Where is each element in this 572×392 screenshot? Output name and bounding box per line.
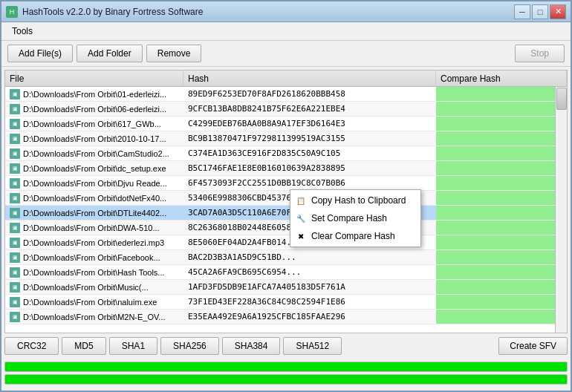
sha256-button[interactable]: SHA256 bbox=[160, 337, 219, 355]
file-icon: ▣ bbox=[10, 119, 20, 129]
title-bar: H HashTools v2.2.0 by Binary Fortress So… bbox=[1, 1, 571, 22]
table-row[interactable]: ▣D:\Downloads\From Orbit\01-ederleizi...… bbox=[5, 87, 567, 102]
scrollbar-track[interactable] bbox=[555, 87, 567, 333]
table-body: ▣D:\Downloads\From Orbit\01-ederleizi...… bbox=[5, 87, 567, 332]
create-sfv-button[interactable]: Create SFV bbox=[498, 337, 568, 355]
td-file: ▣D:\Downloads\From Orbit\617_GWb... bbox=[5, 117, 183, 131]
td-file: ▣D:\Downloads\From Orbit\dc_setup.exe bbox=[5, 161, 183, 175]
td-file: ▣D:\Downloads\From Orbit\ederlezi.mp3 bbox=[5, 235, 183, 249]
progress-bar-2 bbox=[5, 375, 567, 384]
file-icon: ▣ bbox=[10, 312, 20, 322]
file-icon: ▣ bbox=[10, 148, 20, 159]
file-icon: ▣ bbox=[10, 267, 20, 278]
table-row[interactable]: ▣D:\Downloads\From Orbit\Facebook...BAC2… bbox=[5, 250, 567, 265]
stop-button[interactable]: Stop bbox=[515, 45, 565, 62]
td-compare bbox=[436, 206, 567, 220]
table-row[interactable]: ▣D:\Downloads\From Orbit\Hash Tools...45… bbox=[5, 265, 567, 280]
table-row[interactable]: ▣D:\Downloads\From Orbit\Djvu Reade...6F… bbox=[5, 176, 567, 191]
td-file: ▣D:\Downloads\From Orbit\M2N-E_OV... bbox=[5, 310, 183, 324]
table-row[interactable]: ▣D:\Downloads\From Orbit\06-ederleizi...… bbox=[5, 102, 567, 117]
table-row[interactable]: ▣D:\Downloads\From Orbit\DWA-510...8C263… bbox=[5, 220, 567, 235]
file-icon: ▣ bbox=[10, 89, 20, 99]
table-row[interactable]: ▣D:\Downloads\From Orbit\ederlezi.mp38E5… bbox=[5, 235, 567, 250]
table-header: File Hash Compare Hash bbox=[5, 71, 567, 87]
main-content: File Hash Compare Hash ▣D:\Downloads\Fro… bbox=[1, 67, 571, 391]
td-compare bbox=[436, 220, 567, 235]
td-compare bbox=[436, 117, 567, 131]
table-row[interactable]: ▣D:\Downloads\From Orbit\617_GWb...C4299… bbox=[5, 117, 567, 131]
context-menu-item[interactable]: 📋Copy Hash to Clipboard bbox=[290, 192, 420, 209]
file-name: D:\Downloads\From Orbit\naluim.exe bbox=[23, 298, 157, 307]
td-hash: 89ED9F6253ED70F8AFD2618620BBB458 bbox=[183, 87, 436, 101]
td-compare bbox=[436, 191, 567, 205]
sha512-button[interactable]: SHA512 bbox=[283, 337, 342, 355]
minimize-button[interactable]: ─ bbox=[514, 4, 530, 19]
menu-tools[interactable]: Tools bbox=[7, 24, 37, 38]
context-menu-item[interactable]: 🔧Set Compare Hash bbox=[290, 209, 420, 227]
td-compare bbox=[436, 280, 567, 294]
table-row[interactable]: ▣D:\Downloads\From Orbit\M2N-E_OV...E35E… bbox=[5, 310, 567, 324]
td-hash: 45CA2A6FA9CB695C6954... bbox=[183, 265, 436, 279]
td-file: ▣D:\Downloads\From Orbit\Hash Tools... bbox=[5, 265, 183, 279]
hash-buttons: CRC32 MD5 SHA1 SHA256 SHA384 SHA512 Crea… bbox=[4, 333, 568, 359]
td-hash: C4299EDEB76BAA0B8A9A17EF3D6164E3 bbox=[183, 117, 436, 131]
close-button[interactable]: ✕ bbox=[550, 4, 566, 19]
td-file: ▣D:\Downloads\From Orbit\06-ederleizi... bbox=[5, 102, 183, 116]
file-name: D:\Downloads\From Orbit\ederlezi.mp3 bbox=[23, 238, 164, 247]
file-name: D:\Downloads\From Orbit\dotNetFx40... bbox=[23, 194, 166, 203]
file-icon: ▣ bbox=[10, 134, 20, 144]
file-name: D:\Downloads\From Orbit\Facebook... bbox=[23, 253, 160, 262]
td-hash: 73F1ED43EF228A36C84C98C2594F1E86 bbox=[183, 295, 436, 309]
td-hash: 1AFD3FD5DB9E1AFCA7A405183D5F761A bbox=[183, 280, 436, 294]
td-hash: E35EAA492E9A6A1925CFBC185FAAE296 bbox=[183, 310, 436, 324]
add-files-button[interactable]: Add File(s) bbox=[7, 45, 73, 62]
progress-bar-1-container bbox=[4, 362, 568, 372]
td-file: ▣D:\Downloads\From Orbit\2010-10-17... bbox=[5, 131, 183, 146]
add-folder-button[interactable]: Add Folder bbox=[77, 45, 143, 62]
td-compare bbox=[436, 265, 567, 279]
td-file: ▣D:\Downloads\From Orbit\DTLite4402... bbox=[5, 206, 183, 220]
table-row[interactable]: ▣D:\Downloads\From Orbit\Music(...1AFD3F… bbox=[5, 280, 567, 295]
table-row[interactable]: ▣D:\Downloads\From Orbit\CamStudio2...C3… bbox=[5, 146, 567, 161]
file-name: D:\Downloads\From Orbit\DWA-510... bbox=[23, 223, 160, 232]
md5-button[interactable]: MD5 bbox=[62, 337, 105, 355]
progress-bar-2-container bbox=[4, 374, 568, 385]
sha384-button[interactable]: SHA384 bbox=[222, 337, 281, 355]
crc32-button[interactable]: CRC32 bbox=[4, 337, 59, 355]
table-row[interactable]: ▣D:\Downloads\From Orbit\DTLite4402...3C… bbox=[5, 206, 567, 220]
table-row[interactable]: ▣D:\Downloads\From Orbit\dc_setup.exeB5C… bbox=[5, 161, 567, 176]
context-menu: 📋Copy Hash to Clipboard🔧Set Compare Hash… bbox=[290, 189, 421, 247]
file-name: D:\Downloads\From Orbit\Hash Tools... bbox=[23, 268, 165, 277]
td-compare bbox=[436, 146, 567, 160]
td-compare bbox=[436, 295, 567, 309]
file-name: D:\Downloads\From Orbit\Music(... bbox=[23, 283, 149, 292]
file-icon: ▣ bbox=[10, 163, 20, 174]
td-hash: 9CFCB13BA8DB8241B75F62E6A221EBE4 bbox=[183, 102, 436, 116]
file-icon: ▣ bbox=[10, 178, 20, 189]
menu-item-icon: 📋 bbox=[295, 195, 307, 206]
td-file: ▣D:\Downloads\From Orbit\01-ederleizi... bbox=[5, 87, 183, 101]
td-hash: BAC2D3B3A1A5D9C51BD... bbox=[183, 250, 436, 264]
file-name: D:\Downloads\From Orbit\CamStudio2... bbox=[23, 149, 169, 158]
file-name: D:\Downloads\From Orbit\M2N-E_OV... bbox=[23, 313, 166, 321]
maximize-button[interactable]: □ bbox=[532, 4, 548, 19]
context-menu-item[interactable]: ✖Clear Compare Hash bbox=[290, 227, 420, 245]
menu-item-icon: ✖ bbox=[295, 230, 307, 242]
file-icon: ▣ bbox=[10, 297, 20, 307]
file-name: D:\Downloads\From Orbit\617_GWb... bbox=[23, 120, 161, 128]
table-row[interactable]: ▣D:\Downloads\From Orbit\dotNetFx40...53… bbox=[5, 191, 567, 206]
file-icon: ▣ bbox=[10, 282, 20, 293]
td-file: ▣D:\Downloads\From Orbit\naluim.exe bbox=[5, 295, 183, 309]
td-compare bbox=[436, 87, 567, 101]
remove-button[interactable]: Remove bbox=[146, 45, 202, 62]
table-row[interactable]: ▣D:\Downloads\From Orbit\2010-10-17...BC… bbox=[5, 131, 567, 146]
td-compare bbox=[436, 176, 567, 190]
header-compare: Compare Hash bbox=[436, 71, 567, 86]
table-row[interactable]: ▣D:\Downloads\From Orbit\naluim.exe73F1E… bbox=[5, 295, 567, 310]
td-compare bbox=[436, 235, 567, 249]
sha1-button[interactable]: SHA1 bbox=[109, 337, 157, 355]
menu-item-icon: 🔧 bbox=[295, 212, 307, 224]
progress-area bbox=[4, 359, 568, 388]
td-hash: BC9B13870471F9729811399519AC3155 bbox=[183, 131, 436, 146]
scrollbar-thumb[interactable] bbox=[556, 88, 567, 110]
